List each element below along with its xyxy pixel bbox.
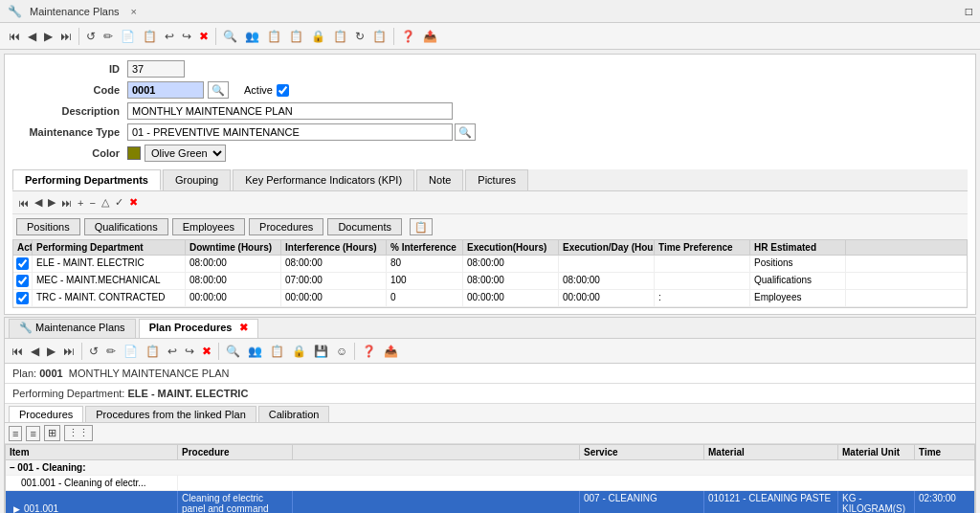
doc-btn[interactable]: 📋 <box>330 28 350 45</box>
nav-prev-btn[interactable]: ◀ <box>25 28 39 45</box>
lower-copy-btn[interactable]: 📋 <box>143 343 163 360</box>
clipboard-btn[interactable]: 📋 <box>286 28 306 45</box>
hr-cell: Qualifications <box>750 273 846 289</box>
lower-edit-btn[interactable]: ✏ <box>103 343 119 360</box>
proc-cols-btn[interactable]: ⋮⋮ <box>64 425 93 441</box>
tab-pictures[interactable]: Pictures <box>465 169 528 190</box>
plan-tab-maintenance[interactable]: 🔧 Maintenance Plans <box>9 319 136 338</box>
proc-list-btn[interactable]: ≡ <box>9 426 22 441</box>
undo-btn[interactable]: ↩ <box>162 28 177 45</box>
lower-users-btn[interactable]: 👥 <box>245 343 265 360</box>
lower-next-btn[interactable]: ▶ <box>44 343 58 360</box>
redo-btn[interactable]: ↪ <box>179 28 194 45</box>
plan-tab-procedures[interactable]: Plan Procedures ✖ <box>139 319 258 338</box>
active-cb[interactable] <box>16 292 29 304</box>
maintenance-type-search-btn[interactable]: 🔍 <box>455 123 476 141</box>
lower-export-btn[interactable]: 📤 <box>381 343 401 360</box>
nav-last-btn[interactable]: ⏭ <box>57 28 75 45</box>
refresh-btn[interactable]: ↺ <box>83 28 99 45</box>
lower-refresh-btn[interactable]: ↺ <box>86 343 101 360</box>
lower-doc-btn[interactable]: 📋 <box>267 343 287 360</box>
dept-row[interactable]: MEC - MAINT.MECHANICAL 08:00:00 07:00:00… <box>13 273 967 290</box>
proc-tab-calibration[interactable]: Calibration <box>258 406 330 422</box>
lower-smiley-btn[interactable]: ☺ <box>333 343 350 360</box>
procedures-btn-tab[interactable]: Procedures <box>249 218 323 235</box>
dept-prev-btn[interactable]: ◀ <box>33 195 44 210</box>
lower-search-btn[interactable]: 🔍 <box>223 343 243 360</box>
sel-material-cell: 007 - CLEANING <box>580 491 704 513</box>
close-icon[interactable]: × <box>131 6 137 17</box>
dept-up-btn[interactable]: △ <box>100 195 111 210</box>
downtime-cell: 08:00:00 <box>186 273 281 289</box>
lower-lock-btn[interactable]: 🔒 <box>289 343 309 360</box>
lower-undo-btn[interactable]: ↩ <box>165 343 180 360</box>
tab-grouping[interactable]: Grouping <box>163 169 231 190</box>
dept-btn-tabs: Positions Qualifications Employees Proce… <box>12 214 968 239</box>
dept-remove-btn[interactable]: − <box>87 196 97 210</box>
col-interference: Interference (Hours) <box>281 240 387 255</box>
edit-btn[interactable]: ✏ <box>100 28 116 45</box>
active-checkbox[interactable] <box>277 84 289 97</box>
proc-selected-row[interactable]: ▶001.001 Cleaning of electric panel and … <box>6 491 974 513</box>
id-field[interactable] <box>127 60 185 78</box>
proc-tab-procedures[interactable]: Procedures <box>9 406 83 422</box>
lower-redo-btn[interactable]: ↪ <box>182 343 197 360</box>
lower-new-btn[interactable]: 📄 <box>121 343 141 360</box>
maximize-icon[interactable]: □ <box>966 5 972 18</box>
copy-btn[interactable]: 📋 <box>140 28 160 45</box>
proc-sub-row[interactable]: 001.001 - Cleaning of electr... <box>6 476 974 491</box>
users-btn[interactable]: 👥 <box>242 28 262 45</box>
dept-row[interactable]: TRC - MAINT. CONTRACTED 00:00:00 00:00:0… <box>13 290 967 307</box>
lower-last-btn[interactable]: ⏭ <box>60 343 78 360</box>
employees-btn-tab[interactable]: Employees <box>172 218 245 235</box>
sel-item-cell: ▶001.001 <box>6 491 178 513</box>
sel-matunit-cell: 010121 - CLEANING PASTE <box>704 491 838 513</box>
sync-btn[interactable]: ↻ <box>352 28 368 45</box>
dept-cancel-btn[interactable]: ✖ <box>127 195 140 210</box>
positions-btn-tab[interactable]: Positions <box>16 218 80 235</box>
search-btn[interactable]: 🔍 <box>220 28 240 45</box>
maintenance-type-field[interactable] <box>127 123 453 141</box>
color-select[interactable]: Olive Green <box>145 145 226 162</box>
code-search-btn[interactable]: 🔍 <box>208 81 229 99</box>
extra-btn[interactable]: 📋 <box>369 28 390 45</box>
qualifications-btn-tab[interactable]: Qualifications <box>84 218 168 235</box>
dept-copy-icon[interactable]: 📋 <box>410 218 433 235</box>
lower-save-btn[interactable]: 💾 <box>311 343 331 360</box>
col-hr: HR Estimated <box>750 240 846 255</box>
description-row: Description <box>12 102 968 120</box>
color-swatch <box>127 146 141 160</box>
lower-help-btn[interactable]: ❓ <box>359 343 379 360</box>
documents-btn-tab[interactable]: Documents <box>327 218 402 235</box>
proc-tab-linked[interactable]: Procedures from the linked Plan <box>85 406 256 422</box>
dept-add-btn[interactable]: + <box>76 196 85 210</box>
export-btn[interactable]: 📤 <box>420 28 440 45</box>
report-btn[interactable]: 📋 <box>264 28 284 45</box>
dept-next-btn[interactable]: ▶ <box>46 195 57 210</box>
lock-btn[interactable]: 🔒 <box>308 28 328 45</box>
tab-note[interactable]: Note <box>416 169 463 190</box>
proc-list2-btn[interactable]: ≡ <box>26 426 39 441</box>
plan-tab-close[interactable]: ✖ <box>239 322 248 333</box>
description-field[interactable] <box>127 102 453 120</box>
proc-grid-btn[interactable]: ⊞ <box>44 425 60 441</box>
sep4 <box>81 343 82 360</box>
lower-prev-btn[interactable]: ◀ <box>28 343 42 360</box>
dept-first-btn[interactable]: ⏮ <box>16 196 31 210</box>
lower-delete-btn[interactable]: ✖ <box>199 343 214 360</box>
dept-confirm-btn[interactable]: ✓ <box>113 195 125 210</box>
tab-performing-departments[interactable]: Performing Departments <box>12 169 161 190</box>
delete-btn[interactable]: ✖ <box>196 28 212 45</box>
code-field[interactable] <box>127 81 204 99</box>
lower-first-btn[interactable]: ⏮ <box>9 343 26 360</box>
active-cb[interactable] <box>16 275 29 287</box>
active-cell <box>13 256 33 272</box>
help-btn[interactable]: ❓ <box>398 28 418 45</box>
dept-row[interactable]: ELE - MAINT. ELECTRIC 08:00:00 08:00:00 … <box>13 256 967 273</box>
dept-last-btn[interactable]: ⏭ <box>59 196 74 210</box>
tab-kpi[interactable]: Key Performance Indicators (KPI) <box>233 169 414 190</box>
nav-next-btn[interactable]: ▶ <box>41 28 56 45</box>
active-cb[interactable] <box>16 257 29 270</box>
new-btn[interactable]: 📄 <box>118 28 138 45</box>
nav-first-btn[interactable]: ⏮ <box>6 28 23 45</box>
